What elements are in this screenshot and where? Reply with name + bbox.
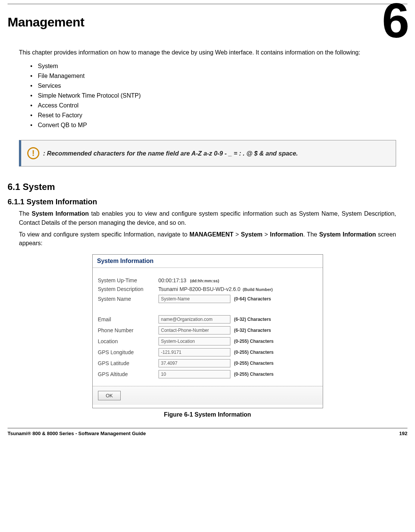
page-number: 192	[399, 431, 407, 436]
list-item: •Reset to Factory	[30, 112, 407, 119]
email-input[interactable]	[159, 315, 230, 324]
latitude-label: GPS Latitude	[98, 360, 159, 366]
description-suffix: (Build Number)	[243, 287, 273, 292]
description-value: Tsunami MP-8200-BSU-WD-v2.6.0	[159, 286, 241, 292]
row-description: System Description Tsunami MP-8200-BSU-W…	[98, 286, 317, 292]
longitude-hint: (0-255) Characters	[234, 350, 274, 355]
footer-left: Tsunami® 800 & 8000 Series - Software Ma…	[8, 431, 146, 436]
chapter-number: 6	[382, 0, 407, 43]
location-label: Location	[98, 338, 159, 344]
toc-item-label: Reset to Factory	[38, 112, 82, 118]
longitude-label: GPS Longitude	[98, 349, 159, 355]
description-label: System Description	[98, 286, 159, 292]
location-hint: (0-255) Characters	[234, 339, 274, 344]
email-label: Email	[98, 316, 159, 322]
toc-item-label: File Management	[38, 73, 85, 79]
ok-button[interactable]: OK	[98, 391, 121, 400]
toc-item-label: Simple Network Time Protocol (SNTP)	[38, 92, 141, 99]
list-item: •File Management	[30, 73, 407, 79]
system-name-label: System Name	[98, 296, 159, 302]
row-uptime: System Up-Time 00:00:17:13 (dd:hh:mm:ss)	[98, 277, 317, 283]
phone-hint: (6-32) Characters	[234, 328, 271, 333]
location-input[interactable]	[159, 337, 230, 345]
list-item: •Services	[30, 82, 407, 89]
row-location: Location (0-255) Characters	[98, 337, 317, 345]
list-item: •Convert QB to MP	[30, 122, 407, 129]
section-heading: 6.1 System	[8, 182, 407, 192]
warning-icon	[27, 147, 39, 159]
row-altitude: GPS Altitude (0-255) Characters	[98, 370, 317, 378]
phone-input[interactable]	[159, 326, 230, 334]
topic-list: •System •File Management •Services •Simp…	[30, 63, 407, 129]
list-item: •Simple Network Time Protocol (SNTP)	[30, 92, 407, 99]
uptime-suffix: (dd:hh:mm:ss)	[190, 278, 219, 283]
altitude-label: GPS Altitude	[98, 371, 159, 377]
row-longitude: GPS Longitude (0-255) Characters	[98, 348, 317, 356]
row-phone: Phone Number (6-32) Characters	[98, 326, 317, 334]
list-item: •Access Control	[30, 102, 407, 109]
system-name-hint: (0-64) Characters	[234, 296, 271, 302]
phone-label: Phone Number	[98, 327, 159, 333]
page-title: Management	[8, 15, 407, 30]
paragraph-2: To view and configure system specific In…	[19, 230, 396, 247]
subsection-heading: 6.1.1 System Information	[8, 198, 407, 206]
list-item: •System	[30, 63, 407, 70]
altitude-input[interactable]	[159, 370, 230, 378]
toc-item-label: Access Control	[38, 102, 79, 109]
note-callout: : Recommended characters for the name fi…	[19, 140, 396, 166]
email-hint: (6-32) Characters	[234, 317, 271, 322]
system-information-screenshot: System Information System Up-Time 00:00:…	[92, 254, 323, 408]
uptime-label: System Up-Time	[98, 277, 159, 283]
paragraph-1: The System Information tab enables you t…	[19, 209, 396, 227]
figure-caption: Figure 6-1 System Information	[8, 411, 407, 418]
toc-item-label: Convert QB to MP	[38, 122, 87, 128]
panel-title: System Information	[93, 255, 323, 268]
row-latitude: GPS Latitude (0-255) Characters	[98, 359, 317, 367]
latitude-input[interactable]	[159, 359, 230, 367]
system-name-input[interactable]	[159, 295, 230, 303]
uptime-value: 00:00:17:13	[159, 277, 187, 283]
page-footer: Tsunami® 800 & 8000 Series - Software Ma…	[8, 428, 407, 436]
latitude-hint: (0-255) Characters	[234, 361, 274, 366]
longitude-input[interactable]	[159, 348, 230, 356]
intro-text: This chapter provides information on how…	[19, 48, 404, 57]
row-system-name: System Name (0-64) Characters	[98, 295, 317, 303]
toc-item-label: System	[38, 63, 58, 69]
altitude-hint: (0-255) Characters	[234, 372, 274, 377]
toc-item-label: Services	[38, 82, 61, 89]
note-text: : Recommended characters for the name fi…	[43, 150, 298, 157]
row-email: Email (6-32) Characters	[98, 315, 317, 324]
